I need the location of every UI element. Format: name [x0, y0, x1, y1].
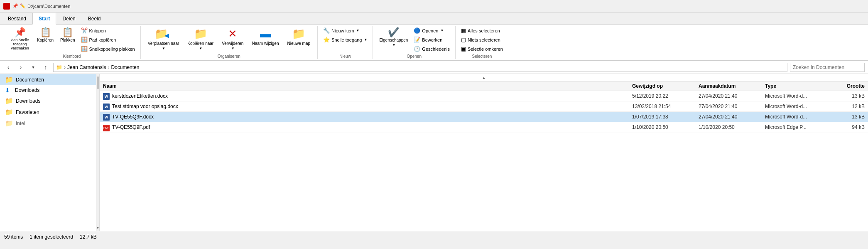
delete-button[interactable]: ✕ Verwijderen ▼ — [218, 26, 247, 51]
edit-button[interactable]: 📝 Bewerken — [412, 35, 452, 44]
address-sep1: › — [64, 64, 66, 70]
forward-button[interactable]: › — [16, 62, 26, 72]
new-item-label: Nieuw item — [331, 28, 354, 33]
back-button[interactable]: ‹ — [3, 62, 13, 72]
quick-access-button[interactable]: ⭐ Snelle toegang ▼ — [321, 35, 369, 44]
open-icon: 🔵 — [414, 27, 420, 34]
new-item-icon: 🔧 — [323, 27, 330, 34]
paste-shortcut-label: Snelkoppeling plakken — [89, 47, 135, 52]
move-to-dropdown: ▼ — [162, 47, 165, 50]
address-path[interactable]: 📁 › Jean Carnotensis › Documenten — [53, 63, 787, 72]
file-pane: ▲ Naam Gewijzigd op Aanmaakdatum Type Gr… — [100, 74, 868, 231]
status-selected: 1 item geselecteerd — [29, 234, 73, 240]
sidebar-scrollbar-thumb — [97, 76, 99, 89]
scrollbar-down-arrow[interactable]: ▼ — [96, 226, 100, 230]
title-bar: 📌 ✏️ D:\jcarn\Documenten — [0, 0, 868, 12]
select-none-button[interactable]: ▢ Niets selecteren — [459, 35, 505, 44]
table-row[interactable]: W Test stdmap voor opslag.docx 13/02/201… — [100, 101, 868, 112]
documenten-icon: 📁 — [5, 76, 13, 84]
table-row[interactable]: PDF TV-QE55Q9F.pdf 1/10/2020 20:50 1/10/… — [100, 122, 868, 133]
sidebar-item-favorieten[interactable]: 📁 Favorieten — [0, 106, 99, 118]
col-header-size[interactable]: Grootte — [831, 83, 865, 89]
sidebar-item-intel[interactable]: 📁 Intel — [0, 118, 99, 129]
pin-icon: 📌 — [15, 28, 26, 37]
file4-created: 1/10/2020 20:50 — [699, 124, 765, 130]
new-folder-label: Nieuwe map — [287, 41, 310, 46]
open-button[interactable]: 🔵 Openen ▼ — [412, 26, 452, 35]
move-to-icon: 📁◀ — [154, 27, 172, 40]
quick-access-dropdown: ▼ — [364, 38, 367, 42]
search-input[interactable] — [790, 63, 865, 72]
file4-type: Microsoft Edge P... — [765, 124, 831, 130]
file2-type: Microsoft Word-d... — [765, 104, 831, 109]
history-button[interactable]: 🕐 Geschiedenis — [412, 44, 452, 53]
history-label: Geschiedenis — [422, 47, 450, 52]
file3-created: 27/04/2020 21:40 — [699, 114, 765, 120]
title-path: 📌 ✏️ D:\jcarn\Documenten — [12, 3, 70, 9]
paste-icon: 📋 — [62, 28, 73, 37]
address-part1[interactable]: Jean Carnotensis — [67, 64, 106, 70]
ribbon-group-new: 🔧 Nieuw item ▼ ⭐ Snelle toegang ▼ Nieuw — [318, 26, 373, 59]
ribbon-group-organize: 📁◀ Verplaatsen naar ▼ 📁 Kopiëren naar ▼ … — [141, 26, 318, 59]
copy-path-button[interactable]: 🪟 Pad kopiëren — [79, 35, 137, 44]
new-folder-button[interactable]: 📁 Nieuwe map — [283, 26, 314, 51]
sidebar-item-downloads2[interactable]: 📁 Downloads — [0, 95, 99, 106]
open-label: Openen — [376, 53, 452, 59]
copy-to-label: Kopiëren naar — [187, 41, 213, 46]
organize-buttons: 📁◀ Verplaatsen naar ▼ 📁 Kopiëren naar ▼ … — [144, 26, 314, 53]
status-size: 12,7 kB — [80, 234, 97, 240]
open-stack: 🔵 Openen ▼ 📝 Bewerken 🕐 Geschiedenis — [412, 26, 452, 53]
pin-button[interactable]: 📌 Aan Snelle toegang vastmaken — [7, 26, 33, 51]
main-content: 📁 Documenten ⬇ Downloads 📁 Downloads 📁 F… — [0, 74, 868, 231]
col-header-name[interactable]: Naam — [103, 83, 632, 89]
move-to-button[interactable]: 📁◀ Verplaatsen naar ▼ — [144, 26, 183, 51]
file4-modified: 1/10/2020 20:50 — [632, 124, 699, 130]
tab-delen[interactable]: Delen — [56, 13, 81, 25]
clipboard-stack: ✂️ Knippen 🪟 Pad kopiëren 🪟 Snelkoppelin… — [79, 26, 137, 53]
copy-label: Kopiëren — [37, 38, 54, 42]
file3-icon: W — [103, 113, 110, 121]
paste-button[interactable]: 📋 Plakken — [57, 26, 78, 51]
tab-beeld[interactable]: Beeld — [82, 13, 107, 25]
properties-label: Eigenschappen — [379, 38, 408, 42]
sidebar-scrollbar-track[interactable]: ▼ — [96, 74, 99, 231]
sidebar: 📁 Documenten ⬇ Downloads 📁 Downloads 📁 F… — [0, 74, 100, 231]
new-folder-icon: 📁 — [292, 27, 305, 40]
file3-type: Microsoft Word-d... — [765, 114, 831, 120]
copy-button[interactable]: 📋 Kopiëren — [34, 26, 56, 51]
sidebar-item-downloads1[interactable]: ⬇ Downloads — [0, 85, 99, 95]
col-header-created[interactable]: Aanmaakdatum — [699, 83, 765, 89]
col-header-type[interactable]: Type — [765, 83, 831, 89]
clipboard-label: Klembord — [7, 53, 137, 59]
properties-dropdown: ▼ — [392, 43, 395, 47]
file2-created: 27/04/2020 21:40 — [699, 104, 765, 109]
downloads2-icon: 📁 — [5, 97, 13, 105]
rename-button[interactable]: ▬ Naam wijzigen — [248, 26, 282, 51]
up-button[interactable]: ↑ — [41, 62, 51, 72]
select-all-label: Alles selecteren — [468, 28, 500, 33]
title-path-text: D:\jcarn\Documenten — [27, 4, 70, 9]
properties-button[interactable]: ✔️ Eigenschappen ▼ — [376, 26, 411, 51]
recent-button[interactable]: ▼ — [28, 62, 38, 72]
paste-label: Plakken — [60, 38, 75, 42]
col-header-modified[interactable]: Gewijzigd op — [632, 83, 699, 89]
address-part2[interactable]: Documenten — [111, 64, 139, 70]
sidebar-item-documenten[interactable]: 📁 Documenten — [0, 74, 99, 85]
address-folder-icon: 📁 — [56, 64, 62, 70]
new-item-button[interactable]: 🔧 Nieuw item ▼ — [321, 26, 369, 35]
tab-bestand[interactable]: Bestand — [2, 13, 32, 25]
tab-start[interactable]: Start — [32, 13, 56, 25]
select-all-icon: ▦ — [461, 27, 466, 34]
cut-button[interactable]: ✂️ Knippen — [79, 26, 137, 35]
select-all-button[interactable]: ▦ Alles selecteren — [459, 26, 505, 35]
paste-shortcut-button[interactable]: 🪟 Snelkoppeling plakken — [79, 44, 137, 53]
table-row[interactable]: W kerstdozenEtiketten.docx 5/12/2019 20:… — [100, 91, 868, 101]
copy-to-button[interactable]: 📁 Kopiëren naar ▼ — [184, 26, 217, 51]
ribbon-group-clipboard: 📌 Aan Snelle toegang vastmaken 📋 Kopiëre… — [3, 26, 141, 59]
invert-select-button[interactable]: ▣ Selectie omkeren — [459, 44, 505, 53]
quick-access-icon: 📌 — [12, 3, 18, 9]
table-row[interactable]: W TV-QE55Q9F.docx 1/07/2019 17:38 27/04/… — [100, 112, 868, 122]
organize-label: Organiseren — [144, 53, 314, 59]
rename-label: Naam wijzigen — [252, 41, 279, 46]
new-buttons: 🔧 Nieuw item ▼ ⭐ Snelle toegang ▼ — [321, 26, 369, 53]
